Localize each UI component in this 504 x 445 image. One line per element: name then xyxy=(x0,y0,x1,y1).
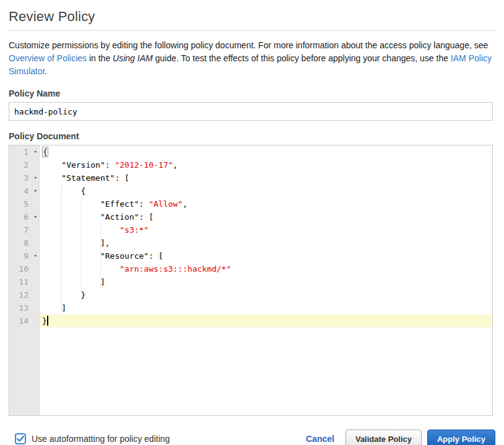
code-line[interactable]: "arn:aws:s3:::hackmd/*" xyxy=(40,262,492,275)
code-line[interactable]: ] xyxy=(40,301,492,314)
code-string-token: "Allow" xyxy=(149,199,183,209)
fold-toggle-icon[interactable]: ▾ xyxy=(34,210,37,223)
overview-of-policies-link[interactable]: Overview of Policies xyxy=(9,53,87,63)
code-line[interactable]: ] xyxy=(40,275,492,288)
gutter-line-number: 10 xyxy=(9,262,39,275)
text-cursor xyxy=(47,316,48,326)
code-token: "Action": [ xyxy=(42,212,154,222)
gutter-line-number: 6▾ xyxy=(9,210,39,223)
code-line[interactable]: "Resource": [ xyxy=(40,249,492,262)
fold-toggle-icon[interactable]: ▾ xyxy=(34,184,37,197)
code-token: , xyxy=(173,160,178,170)
code-line[interactable]: } xyxy=(40,314,492,327)
policy-name-input[interactable] xyxy=(9,102,493,121)
intro-text-before: Customize permissions by editing the fol… xyxy=(9,40,488,50)
code-line[interactable]: "Effect": "Allow", xyxy=(40,197,492,210)
gutter-line-number: 12 xyxy=(9,288,39,301)
autoformat-label: Use autoformatting for policy editing xyxy=(32,434,170,444)
using-iam-guide-name: Using IAM xyxy=(113,53,153,63)
editor-code[interactable]: { "Version": "2012-10-17", "Statement": … xyxy=(40,145,492,415)
intro-text-mid2: guide. To test the effects of this polic… xyxy=(153,53,451,63)
policy-name-label: Policy Name xyxy=(9,89,495,98)
gutter-line-number: 1▾ xyxy=(9,145,39,158)
gutter-line-number: 9▾ xyxy=(9,249,39,262)
intro-paragraph: Customize permissions by editing the fol… xyxy=(9,39,494,78)
gutter-line-number: 2 xyxy=(9,158,39,171)
apply-policy-button[interactable]: Apply Policy xyxy=(427,430,495,445)
gutter-line-number: 11 xyxy=(9,275,39,288)
code-line[interactable]: "Version": "2012-10-17", xyxy=(40,158,492,171)
code-token: ] xyxy=(42,303,66,313)
fold-toggle-icon[interactable]: ▾ xyxy=(34,249,37,262)
code-line[interactable]: } xyxy=(40,288,492,301)
autoformat-checkbox[interactable] xyxy=(15,433,26,444)
code-token: "Effect": xyxy=(42,199,149,209)
cancel-link[interactable]: Cancel xyxy=(306,434,334,444)
code-token: ] xyxy=(42,277,105,287)
code-line[interactable]: "s3:*" xyxy=(40,223,492,236)
code-line[interactable]: "Statement": [ xyxy=(40,171,492,184)
fold-toggle-icon[interactable]: ▾ xyxy=(34,171,37,184)
fold-toggle-icon[interactable]: ▾ xyxy=(34,145,37,158)
gutter-line-number: 5 xyxy=(9,197,39,210)
page-header: Review Policy xyxy=(9,0,495,31)
code-line[interactable]: "Action": [ xyxy=(40,210,492,223)
gutter-line-number: 3▾ xyxy=(9,171,39,184)
code-string-token: "s3:*" xyxy=(119,225,149,235)
policy-document-label: Policy Document xyxy=(9,131,495,141)
code-string-token: "2012-10-17" xyxy=(115,160,173,170)
gutter-line-number: 14 xyxy=(9,314,39,327)
code-token: { xyxy=(42,147,48,157)
code-token: "Statement": [ xyxy=(42,173,129,183)
gutter-line-number: 8 xyxy=(9,236,39,249)
checkmark-icon xyxy=(17,436,24,442)
code-token: , xyxy=(183,199,188,209)
policy-editor[interactable]: 1▾23▾4▾56▾789▾1011121314 { "Version": "2… xyxy=(9,145,493,416)
autoformat-option: Use autoformatting for policy editing xyxy=(15,433,170,444)
code-token: } xyxy=(42,316,47,326)
code-token: "Version": xyxy=(42,160,115,170)
gutter-line-number: 13 xyxy=(9,301,39,314)
footer-bar: Use autoformatting for policy editing Ca… xyxy=(9,430,495,445)
code-token: ], xyxy=(42,238,110,248)
validate-policy-button[interactable]: Validate Policy xyxy=(345,430,422,445)
intro-text-after: . xyxy=(45,66,47,76)
gutter-line-number: 7 xyxy=(9,223,39,236)
code-token: } xyxy=(42,290,85,300)
review-policy-page: Review Policy Customize permissions by e… xyxy=(0,0,504,445)
code-string-token: "arn:aws:s3:::hackmd/*" xyxy=(119,264,231,274)
intro-text-mid1: in the xyxy=(87,53,113,63)
page-title: Review Policy xyxy=(9,9,495,25)
code-line[interactable]: { xyxy=(40,184,492,197)
code-token: { xyxy=(42,186,85,196)
code-token: "Resource": [ xyxy=(42,251,163,261)
code-line[interactable]: { xyxy=(40,145,492,158)
action-buttons: Cancel Validate Policy Apply Policy xyxy=(306,430,495,445)
editor-gutter: 1▾23▾4▾56▾789▾1011121314 xyxy=(9,145,40,415)
code-token xyxy=(42,264,119,274)
code-line[interactable]: ], xyxy=(40,236,492,249)
gutter-line-number: 4▾ xyxy=(9,184,39,197)
code-token xyxy=(42,225,119,235)
